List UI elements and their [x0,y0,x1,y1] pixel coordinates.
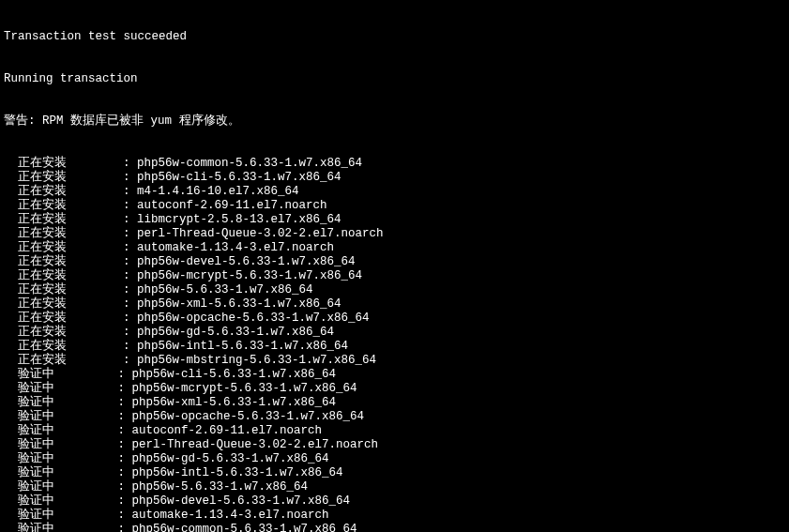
step-line: 正在安装 : automake-1.13.4-3.el7.noarch [4,241,785,255]
step-line: 验证中 : php56w-opcache-5.6.33-1.w7.x86_64 [4,410,785,424]
step-line: 正在安装 : php56w-5.6.33-1.w7.x86_64 [4,283,785,297]
step-line: 正在安装 : m4-1.4.16-10.el7.x86_64 [4,185,785,199]
step-line: 验证中 : perl-Thread-Queue-3.02-2.el7.noarc… [4,438,785,452]
header-line: Transaction test succeeded [4,30,785,44]
step-line: 正在安装 : php56w-intl-5.6.33-1.w7.x86_64 [4,340,785,354]
step-line: 验证中 : automake-1.13.4-3.el7.noarch [4,509,785,523]
step-line: 验证中 : php56w-5.6.33-1.w7.x86_64 [4,480,785,494]
step-line: 正在安装 : libmcrypt-2.5.8-13.el7.x86_64 [4,213,785,227]
step-line: 验证中 : autoconf-2.69-11.el7.noarch [4,424,785,438]
step-line: 正在安装 : php56w-gd-5.6.33-1.w7.x86_64 [4,326,785,340]
step-line: 验证中 : php56w-intl-5.6.33-1.w7.x86_64 [4,466,785,480]
step-line: 验证中 : php56w-mcrypt-5.6.33-1.w7.x86_64 [4,382,785,396]
step-line: 正在安装 : perl-Thread-Queue-3.02-2.el7.noar… [4,227,785,241]
install-steps: 正在安装 : php56w-common-5.6.33-1.w7.x86_64 … [4,157,785,532]
step-line: 验证中 : php56w-gd-5.6.33-1.w7.x86_64 [4,452,785,466]
step-line: 正在安装 : php56w-xml-5.6.33-1.w7.x86_64 [4,297,785,312]
terminal-output: Transaction test succeeded Running trans… [0,0,789,532]
header-line: Running transaction [4,72,785,86]
step-line: 正在安装 : autoconf-2.69-11.el7.noarch [4,199,785,213]
step-line: 验证中 : php56w-cli-5.6.33-1.w7.x86_64 [4,368,785,382]
step-line: 正在安装 : php56w-mbstring-5.6.33-1.w7.x86_6… [4,354,785,368]
step-line: 正在安装 : php56w-mcrypt-5.6.33-1.w7.x86_64 [4,269,785,283]
step-line: 验证中 : php56w-xml-5.6.33-1.w7.x86_64 [4,396,785,410]
step-line: 正在安装 : php56w-opcache-5.6.33-1.w7.x86_64 [4,312,785,326]
step-line: 正在安装 : php56w-devel-5.6.33-1.w7.x86_64 [4,255,785,269]
step-line: 正在安装 : php56w-common-5.6.33-1.w7.x86_64 [4,157,785,171]
step-line: 验证中 : php56w-common-5.6.33-1.w7.x86_64 [4,523,785,532]
header-line: 警告: RPM 数据库已被非 yum 程序修改。 [4,114,785,129]
step-line: 正在安装 : php56w-cli-5.6.33-1.w7.x86_64 [4,171,785,185]
step-line: 验证中 : php56w-devel-5.6.33-1.w7.x86_64 [4,494,785,509]
